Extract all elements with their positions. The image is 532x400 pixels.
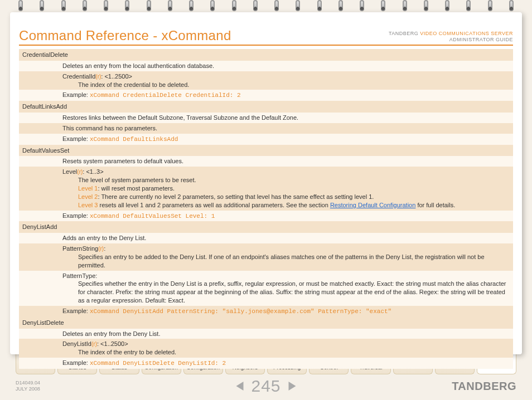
command-block: DefaultValuesSetResets system parameters…	[19, 145, 513, 222]
next-page-arrow-icon[interactable]	[286, 380, 298, 392]
command-name-row: DenyListDelete	[19, 317, 513, 329]
example-row: Example: xCommand DefaultLinksAdd	[19, 134, 513, 145]
doc-id: D14049.04	[16, 380, 40, 386]
svg-marker-0	[236, 382, 243, 391]
link-restore-default[interactable]: Restoring Default Configuration	[330, 202, 415, 208]
page-content: Command Reference - xCommand TANDBERG VI…	[10, 12, 522, 354]
command-name-row: DenyListAdd	[19, 221, 513, 233]
page-number: 245	[251, 377, 280, 396]
command-list: CredentialDeleteDeletes an entry from th…	[19, 49, 513, 369]
page-header: Command Reference - xCommand TANDBERG VI…	[19, 28, 513, 46]
page-footer: D14049.04 JULY 2008 245 TANDBERG	[10, 377, 522, 396]
product-name: VIDEO COMMUNICATIONS SERVER	[420, 31, 513, 36]
command-desc-row: Resets system parameters to default valu…	[19, 156, 513, 167]
footer-brand: TANDBERG	[452, 380, 516, 393]
param-row: Level(r): <1..3>The level of system para…	[19, 167, 513, 210]
command-block: CredentialDeleteDeletes an entry from th…	[19, 49, 513, 101]
command-block: DefaultLinksAddRestores links between th…	[19, 101, 513, 144]
command-note-row: This command has no parameters.	[19, 123, 513, 134]
command-name-row: DefaultLinksAdd	[19, 101, 513, 113]
param-row: DenyListId(r): <1..2500>The index of the…	[19, 339, 513, 358]
prev-page-arrow-icon[interactable]	[234, 380, 246, 392]
brand-name: TANDBERG	[389, 31, 418, 36]
example-row: Example: xCommand DenyListDelete DenyLis…	[19, 358, 513, 369]
doc-date: JULY 2008	[16, 386, 40, 392]
command-block: DenyListDeleteDeletes an entry from the …	[19, 317, 513, 369]
example-row: Example: xCommand DefaultValuesSet Level…	[19, 211, 513, 222]
spiral-binding	[10, 0, 522, 22]
footer-doc-info: D14049.04 JULY 2008	[16, 380, 40, 392]
page-title: Command Reference - xCommand	[19, 28, 231, 43]
header-branding: TANDBERG VIDEO COMMUNICATIONS SERVER ADM…	[389, 31, 513, 43]
command-desc-row: Deletes an entry from the local authenti…	[19, 61, 513, 71]
command-name-row: CredentialDelete	[19, 49, 513, 61]
command-block: DenyListAddAdds an entry to the Deny Lis…	[19, 221, 513, 316]
svg-marker-1	[289, 382, 296, 391]
command-name-row: DefaultValuesSet	[19, 145, 513, 157]
param-row: PatternType: Specifies whether the entry…	[19, 271, 513, 306]
example-row: Example: xCommand DenyListAdd PatternStr…	[19, 306, 513, 317]
command-desc-row: Restores links between the Default Subzo…	[19, 113, 513, 123]
command-desc-row: Deletes an entry from the Deny List.	[19, 329, 513, 339]
pager: 245	[234, 377, 297, 396]
example-row: Example: xCommand CredentialDelete Crede…	[19, 90, 513, 101]
param-row: PatternString(r): Specifies an entry to …	[19, 243, 513, 271]
command-desc-row: Adds an entry to the Deny List.	[19, 233, 513, 243]
doc-subtitle: ADMINISTRATOR GUIDE	[389, 37, 513, 43]
param-row: CredentialId(r): <1..2500>The index of t…	[19, 71, 513, 90]
